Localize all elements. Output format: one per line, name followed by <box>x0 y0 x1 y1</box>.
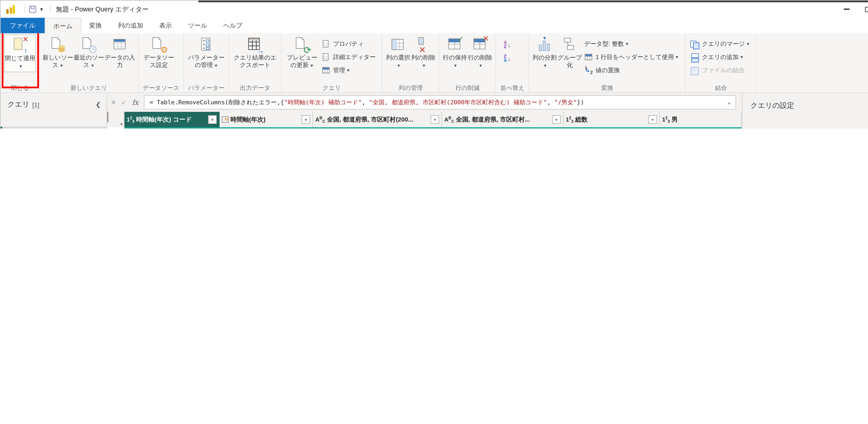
queries-panel-title: クエリ <box>7 100 30 110</box>
button-label: データの入力 <box>104 54 135 68</box>
tab-help[interactable]: ヘルプ <box>215 18 250 33</box>
button-label: 列の選択 <box>386 54 410 61</box>
replace-values-icon: 12 <box>584 66 593 74</box>
keep-rows-button[interactable]: ✓ 行の保持▼ <box>442 34 467 69</box>
formula-cancel-icon[interactable]: ✕ <box>108 98 119 106</box>
dropdown-arrow-icon: ▼ <box>422 63 426 67</box>
append-queries-button[interactable]: クエリの追加 ▼ <box>689 51 753 64</box>
quick-access-dropdown-icon[interactable]: ▼ <box>39 7 44 12</box>
recent-sources-button[interactable]: 最近のソース▼ <box>73 34 104 69</box>
select-all-corner[interactable]: ▼ <box>107 112 124 127</box>
tab-add-column[interactable]: 列の追加 <box>110 18 151 33</box>
group-by-icon <box>562 37 578 53</box>
replace-values-button[interactable]: 12 値の置換 <box>582 64 682 77</box>
text-type-icon: ABC <box>444 116 454 123</box>
ribbon-group-manage-columns: 列の選択▼ ✕ 列の削除▼ 列の管理 <box>383 33 439 92</box>
split-column-button[interactable]: ▼ 列の分割▼ <box>532 34 557 69</box>
dropdown-arrow-icon: ▼ <box>19 64 23 68</box>
new-source-button[interactable]: 新しいソース▼ <box>42 34 73 69</box>
choose-columns-button[interactable]: 列の選択▼ <box>385 34 411 69</box>
column-header[interactable]: ABC全国, 都道府県, 市区町村(200...▼ <box>313 112 442 127</box>
properties-icon <box>322 40 330 48</box>
button-label: 管理 <box>333 66 345 74</box>
tab-file[interactable]: ファイル <box>1 18 44 33</box>
refresh-preview-button[interactable]: ⟳ プレビューの更新▼ <box>284 34 320 69</box>
column-header[interactable]: 時間軸(年次)▼ <box>220 112 313 127</box>
background-window-edge <box>198 1 868 2</box>
formula-segment-code: , <box>362 98 369 105</box>
manage-button[interactable]: 管理 ▼ <box>320 64 379 77</box>
merge-queries-button[interactable]: クエリのマージ ▼ <box>689 37 753 51</box>
ribbon-group-label: 並べ替え <box>499 84 526 92</box>
divider <box>50 5 51 13</box>
refresh-preview-icon: ⟳ <box>294 37 310 53</box>
button-label: 値の置換 <box>596 66 620 74</box>
ribbon-group-label: 変換 <box>532 84 682 92</box>
ribbon-group-label: 閉じる <box>4 84 36 92</box>
formula-expand-icon[interactable]: ⌄ <box>727 99 731 105</box>
sort-descending-button[interactable]: ZA↓ <box>504 52 510 65</box>
formula-segment-string: "/男女" <box>554 98 577 105</box>
column-header-label: 総数 <box>575 116 647 123</box>
data-preview-grid: ▼ 123時間軸(年次) コード▼時間軸(年次)▼ABC全国, 都道府県, 市区… <box>107 112 742 128</box>
save-icon[interactable] <box>29 6 36 13</box>
ribbon-group-label: 出力データ <box>232 84 278 92</box>
formula-input[interactable]: = Table.RemoveColumns(削除されたエラー,{"時間軸(年次)… <box>144 95 736 110</box>
filter-dropdown-icon[interactable]: ▼ <box>431 115 439 124</box>
properties-button[interactable]: プロパティ <box>320 37 379 51</box>
advanced-editor-button[interactable]: 詳細エディター <box>320 51 379 64</box>
dropdown-arrow-icon: ▼ <box>397 63 401 67</box>
data-type-button[interactable]: データ型: 整数 ▼ <box>582 37 682 51</box>
manage-parameters-icon <box>198 37 214 53</box>
fx-icon: fx <box>129 98 142 106</box>
ribbon-group-output-data: → クエリ結果のエクスポート 出力データ <box>229 33 282 92</box>
title-bar: ▼ 無題 - Power Query エディター ✕ <box>1 1 868 18</box>
tab-home[interactable]: ホーム <box>45 18 81 33</box>
grid-header-columns: 123時間軸(年次) コード▼時間軸(年次)▼ABC全国, 都道府県, 市区町村… <box>124 112 742 127</box>
column-header[interactable]: 123男 <box>660 112 742 127</box>
query-list-item[interactable]: FEH_00200521_2601061... <box>1 127 106 128</box>
append-queries-icon <box>690 53 699 61</box>
sort-ascending-button[interactable]: AZ↓ <box>504 38 510 51</box>
filter-dropdown-icon[interactable]: ▼ <box>208 115 217 124</box>
close-and-apply-button[interactable]: ✕↑ 閉じて適用▼ <box>4 34 36 72</box>
remove-rows-button[interactable]: ✕ 行の削除▼ <box>467 34 493 69</box>
tab-transform[interactable]: 変換 <box>81 18 110 33</box>
button-label: プロパティ <box>333 40 364 48</box>
export-query-results-button[interactable]: → クエリ結果のエクスポート <box>232 34 278 68</box>
column-header-label: 全国, 都道府県, 市区町村... <box>456 116 551 123</box>
filter-dropdown-icon[interactable]: ▼ <box>302 115 310 124</box>
ribbon-group-sort: AZ↓ ZA↓ 並べ替え <box>496 33 529 92</box>
tab-view[interactable]: 表示 <box>151 18 180 33</box>
query-settings-panel: クエリの設定 ✕ プロパティ 名前 すべてのプロパティ 適用したステップ ソース… <box>742 93 868 128</box>
maximize-button[interactable] <box>857 1 868 18</box>
group-by-button[interactable]: グループ化 <box>557 34 582 68</box>
remove-columns-button[interactable]: ✕ 列の削除▼ <box>411 34 436 69</box>
dropdown-arrow-icon: ▼ <box>346 68 350 72</box>
collapse-panel-icon[interactable]: ❮ <box>96 101 101 108</box>
button-label: クエリ結果のエクスポート <box>234 54 277 68</box>
formula-segment-code: , <box>547 98 554 105</box>
manage-parameters-button[interactable]: パラメーターの管理▼ <box>187 34 226 69</box>
enter-data-button[interactable]: データの入力 <box>104 34 135 68</box>
filter-dropdown-icon[interactable]: ▼ <box>648 115 657 124</box>
column-header[interactable]: ABC全国, 都道府県, 市区町村...▼ <box>442 112 563 127</box>
formula-segment-code: }) <box>577 98 584 105</box>
properties-section-header[interactable]: プロパティ <box>750 128 868 128</box>
minimize-button[interactable] <box>836 1 857 18</box>
main-area: クエリ [1] ❮ FEH_00200521_2601061... ✕ ✓ fx… <box>1 93 868 128</box>
button-label: ファイルの結合 <box>702 66 745 74</box>
use-first-row-as-headers-button[interactable]: 1 行目をヘッダーとして使用 ▼ <box>582 51 682 64</box>
number-type-icon: 123 <box>127 116 134 123</box>
ribbon-group-new-query: 新しいソース▼ 最近のソース▼ データの入力 新しいクエリ <box>39 33 139 92</box>
column-header[interactable]: 123総数▼ <box>563 112 660 127</box>
formula-accept-icon[interactable]: ✓ <box>119 98 129 106</box>
column-header[interactable]: 123時間軸(年次) コード▼ <box>124 112 220 127</box>
filter-dropdown-icon[interactable]: ▼ <box>552 115 561 124</box>
tab-tools[interactable]: ツール <box>180 18 215 33</box>
button-label: パラメーターの管理 <box>188 54 225 68</box>
button-label: 最近のソース <box>73 54 104 68</box>
ribbon-group-label: 結合 <box>689 84 753 92</box>
data-source-settings-button[interactable]: ⚙ データソース設定 <box>142 34 176 68</box>
dropdown-arrow-icon: ▼ <box>214 63 218 67</box>
